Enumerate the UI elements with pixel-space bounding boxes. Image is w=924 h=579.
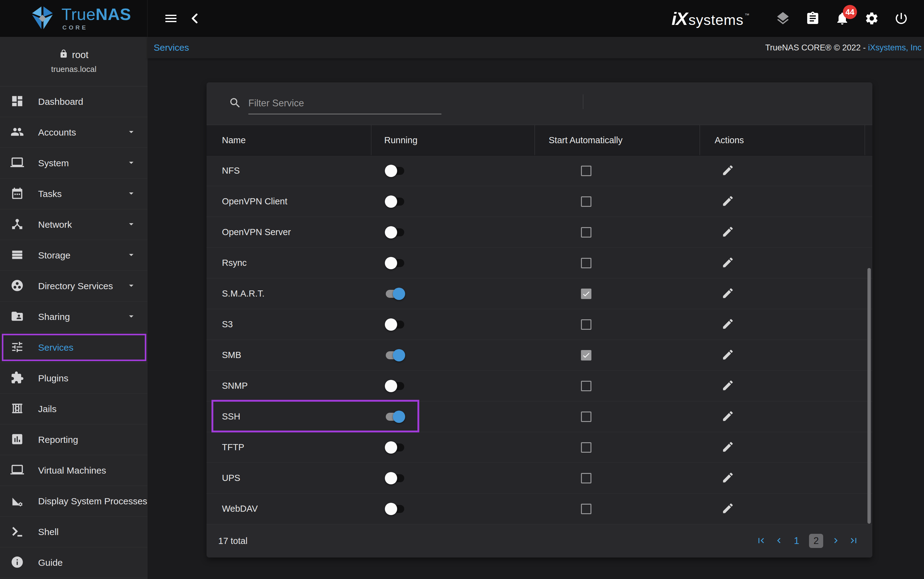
- hamburger-menu-button[interactable]: [164, 11, 178, 26]
- sidebar-item-system[interactable]: System: [0, 148, 147, 178]
- running-toggle[interactable]: [385, 380, 405, 392]
- page-2-button-current[interactable]: 2: [809, 534, 823, 548]
- running-toggle[interactable]: [385, 503, 405, 515]
- sidebar-item-accounts[interactable]: Accounts: [0, 117, 147, 148]
- first-page-button[interactable]: [756, 535, 766, 547]
- toggle-knob: [385, 165, 397, 177]
- start-automatically-checkbox[interactable]: [581, 319, 591, 330]
- page-1-button[interactable]: 1: [792, 535, 802, 546]
- service-name: S.M.A.R.T.: [222, 289, 265, 299]
- toggle-knob: [385, 257, 397, 269]
- sidebar-item-guide[interactable]: Guide: [0, 547, 147, 578]
- start-automatically-checkbox[interactable]: [581, 289, 591, 299]
- start-automatically-checkbox[interactable]: [581, 350, 591, 360]
- start-automatically-checkbox[interactable]: [581, 258, 591, 268]
- edit-service-button[interactable]: [721, 287, 734, 301]
- sidebar-item-reporting[interactable]: Reporting: [0, 424, 147, 455]
- column-header-actions[interactable]: Actions: [700, 125, 865, 155]
- previous-page-button[interactable]: [774, 535, 784, 547]
- next-page-button[interactable]: [831, 535, 841, 547]
- chevron-left-icon: [774, 535, 784, 547]
- calendar-icon: [10, 186, 24, 201]
- sidebar-item-label: Accounts: [38, 127, 76, 138]
- table-row-openvpn-server: OpenVPN Server: [206, 217, 872, 248]
- edit-service-button[interactable]: [721, 502, 734, 516]
- sidebar-item-jails[interactable]: Jails: [0, 394, 147, 424]
- vertical-scrollbar[interactable]: [867, 268, 871, 524]
- running-toggle[interactable]: [385, 288, 405, 300]
- edit-service-button[interactable]: [721, 379, 734, 393]
- chevron-down-icon: [126, 157, 136, 169]
- puzzle-icon: [10, 371, 24, 386]
- notifications-button[interactable]: 44: [835, 11, 850, 26]
- table-row-s-m-a-r-t-: S.M.A.R.T.: [206, 278, 872, 309]
- filter-service-input[interactable]: [249, 96, 442, 114]
- truecommand-button[interactable]: [775, 11, 791, 26]
- running-toggle[interactable]: [385, 257, 405, 269]
- column-header-running[interactable]: Running: [371, 125, 535, 155]
- sidebar-item-label: Reporting: [38, 435, 78, 445]
- service-name-cell: SMB: [206, 340, 371, 370]
- edit-service-button[interactable]: [721, 348, 734, 362]
- sidebar-item-tasks[interactable]: Tasks: [0, 178, 147, 209]
- start-automatically-checkbox[interactable]: [581, 504, 591, 514]
- edit-service-button[interactable]: [721, 471, 734, 485]
- service-name: OpenVPN Server: [222, 227, 291, 237]
- edit-service-button[interactable]: [721, 164, 734, 178]
- sidebar-item-storage[interactable]: Storage: [0, 240, 147, 271]
- actions-cell: [700, 217, 865, 247]
- sidebar-item-shell[interactable]: Shell: [0, 517, 147, 547]
- start-automatically-checkbox[interactable]: [581, 442, 591, 453]
- start-automatically-checkbox[interactable]: [581, 196, 591, 207]
- actions-cell: [700, 278, 865, 309]
- running-toggle[interactable]: [385, 195, 405, 208]
- edit-icon: [721, 502, 734, 515]
- start-automatically-checkbox[interactable]: [581, 412, 591, 422]
- sidebar-item-dashboard[interactable]: Dashboard: [0, 87, 147, 117]
- sidebar-item-network[interactable]: Network: [0, 209, 147, 240]
- power-icon: [894, 11, 909, 26]
- running-toggle[interactable]: [385, 411, 405, 423]
- settings-button[interactable]: [864, 11, 879, 26]
- edit-service-button[interactable]: [721, 440, 734, 454]
- task-manager-button[interactable]: [805, 11, 820, 26]
- sidebar-item-virtual-machines[interactable]: Virtual Machines: [0, 455, 147, 486]
- collapse-nav-button[interactable]: [189, 12, 202, 25]
- running-toggle[interactable]: [385, 441, 405, 454]
- sidebar-item-directory-services[interactable]: Directory Services: [0, 271, 147, 301]
- running-toggle[interactable]: [385, 472, 405, 484]
- ixsystems-logo: iX systems ™: [672, 8, 749, 29]
- table-row-rsync: Rsync: [206, 248, 872, 278]
- power-button[interactable]: [894, 11, 909, 26]
- edit-service-button[interactable]: [721, 256, 734, 270]
- sidebar-item-display-system-processes[interactable]: Display System Processes: [0, 486, 147, 517]
- shell-icon: [10, 525, 24, 539]
- copyright-link[interactable]: iXsystems, Inc: [868, 43, 922, 52]
- running-toggle[interactable]: [385, 226, 405, 239]
- running-cell: [371, 401, 535, 432]
- breadcrumb[interactable]: Services: [154, 43, 189, 53]
- sidebar-item-services[interactable]: Services: [0, 332, 147, 363]
- running-toggle[interactable]: [385, 349, 405, 361]
- start-automatically-checkbox[interactable]: [581, 166, 591, 176]
- edit-service-button[interactable]: [721, 195, 734, 208]
- toggle-knob: [393, 349, 405, 361]
- start-automatically-checkbox[interactable]: [581, 227, 591, 237]
- pagination: 1 2: [756, 534, 859, 548]
- sidebar-item-plugins[interactable]: Plugins: [0, 363, 147, 394]
- edit-service-button[interactable]: [721, 410, 734, 424]
- service-name: SSH: [222, 412, 240, 422]
- edit-service-button[interactable]: [721, 225, 734, 239]
- start-automatically-checkbox[interactable]: [581, 473, 591, 483]
- last-page-button[interactable]: [849, 535, 859, 547]
- sidebar-item-sharing[interactable]: Sharing: [0, 301, 147, 332]
- column-header-start-automatically[interactable]: Start Automatically: [535, 125, 700, 155]
- running-toggle[interactable]: [385, 165, 405, 177]
- column-header-name[interactable]: Name: [206, 125, 371, 155]
- start-automatically-cell: [535, 401, 700, 432]
- start-automatically-checkbox[interactable]: [581, 381, 591, 391]
- edit-service-button[interactable]: [721, 317, 734, 331]
- service-name-cell: S.M.A.R.T.: [206, 278, 371, 309]
- service-name-cell: SSH: [206, 401, 371, 432]
- running-toggle[interactable]: [385, 318, 405, 331]
